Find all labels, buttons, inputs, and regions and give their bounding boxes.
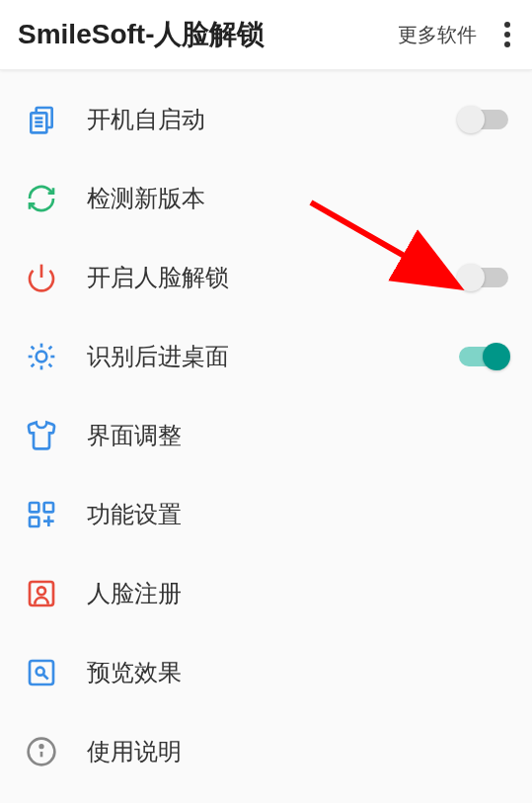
- setting-label: 人脸注册: [87, 578, 508, 609]
- setting-instructions[interactable]: 使用说明: [0, 712, 532, 791]
- more-apps-link[interactable]: 更多软件: [398, 22, 477, 48]
- setting-ui-adjust[interactable]: 界面调整: [0, 396, 532, 475]
- app-title: SmileSoft-人脸解锁: [18, 16, 265, 53]
- preview-icon: [24, 655, 59, 690]
- desktop-toggle[interactable]: [459, 347, 508, 366]
- power-icon: [24, 260, 59, 295]
- svg-line-13: [32, 364, 35, 367]
- shirt-icon: [24, 418, 59, 453]
- svg-point-6: [37, 352, 47, 362]
- setting-label: 开机自启动: [87, 104, 431, 135]
- setting-label: 界面调整: [87, 420, 508, 451]
- setting-label: 功能设置: [87, 499, 508, 530]
- setting-preview[interactable]: 预览效果: [0, 633, 532, 712]
- settings-list: 开机自启动 检测新版本 开启人脸解锁: [0, 70, 532, 791]
- svg-rect-17: [30, 518, 38, 526]
- svg-rect-16: [44, 503, 53, 512]
- overflow-menu-icon[interactable]: [500, 18, 514, 51]
- svg-line-22: [43, 675, 48, 680]
- info-icon: [24, 734, 59, 769]
- autostart-toggle[interactable]: [459, 110, 508, 129]
- svg-rect-20: [30, 661, 53, 684]
- setting-function[interactable]: 功能设置: [0, 475, 532, 554]
- person-icon: [24, 576, 59, 611]
- setting-label: 识别后进桌面: [87, 341, 431, 372]
- svg-line-9: [32, 347, 35, 350]
- setting-enable-face-unlock[interactable]: 开启人脸解锁: [0, 238, 532, 317]
- svg-point-21: [37, 668, 44, 676]
- setting-check-update[interactable]: 检测新版本: [0, 159, 532, 238]
- sun-icon: [24, 339, 59, 374]
- setting-label: 预览效果: [87, 657, 508, 688]
- face-unlock-toggle[interactable]: [459, 268, 508, 287]
- setting-label: 检测新版本: [87, 183, 508, 214]
- copy-icon: [24, 102, 59, 137]
- setting-face-register[interactable]: 人脸注册: [0, 554, 532, 633]
- header-actions: 更多软件: [398, 18, 514, 51]
- refresh-icon: [24, 181, 59, 216]
- svg-line-14: [49, 347, 52, 350]
- grid-icon: [24, 497, 59, 532]
- svg-line-10: [49, 364, 52, 367]
- setting-go-desktop[interactable]: 识别后进桌面: [0, 317, 532, 396]
- app-header: SmileSoft-人脸解锁 更多软件: [0, 0, 532, 70]
- svg-point-25: [40, 745, 43, 748]
- svg-rect-15: [30, 503, 38, 512]
- setting-label: 开启人脸解锁: [87, 262, 431, 293]
- setting-autostart[interactable]: 开机自启动: [0, 80, 532, 159]
- setting-label: 使用说明: [87, 736, 508, 767]
- svg-point-19: [38, 587, 45, 595]
